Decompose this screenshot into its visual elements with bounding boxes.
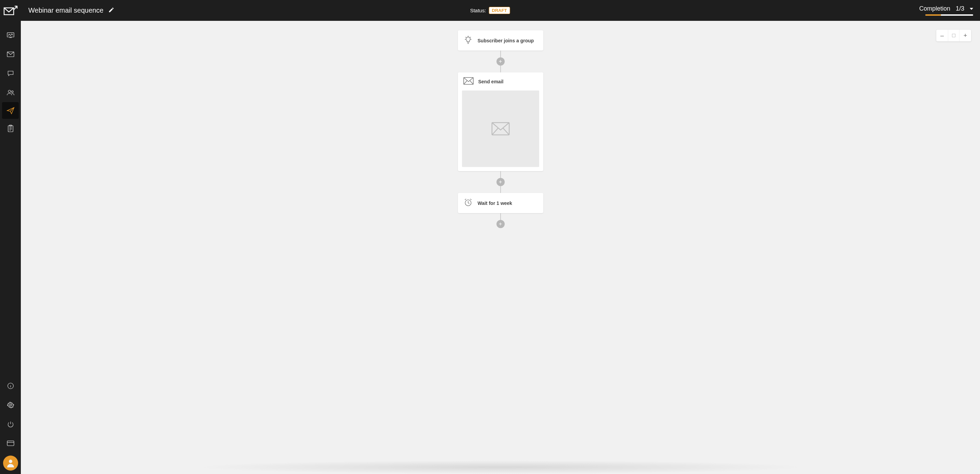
sidebar-item-logout[interactable]	[0, 415, 21, 434]
completion-progress	[925, 14, 973, 16]
svg-point-10	[9, 460, 12, 463]
credit-card-icon	[7, 441, 14, 446]
svg-point-8	[10, 404, 12, 406]
workflow-flow: Subscriber joins a group + Send emai	[458, 30, 543, 228]
envelope-icon	[463, 77, 474, 86]
sidebar-item-automation[interactable]	[2, 102, 19, 119]
clipboard-icon	[8, 125, 14, 132]
sidebar-item-forms[interactable]	[0, 119, 21, 138]
avatar-icon	[5, 458, 16, 468]
sidebar-item-chat[interactable]	[0, 64, 21, 83]
sidebar-item-subscribers[interactable]	[0, 83, 21, 102]
clock-icon	[463, 198, 473, 208]
paper-plane-icon	[6, 107, 15, 115]
connector	[500, 171, 501, 178]
sidebar-item-billing[interactable]	[0, 434, 21, 453]
canvas-bottom-shadow	[194, 460, 808, 474]
status-badge: DRAFT	[488, 7, 510, 14]
zoom-out-button[interactable]: –	[936, 30, 948, 41]
completion-progress-fill	[925, 14, 941, 16]
node-delay-label: Wait for 1 week	[478, 200, 512, 206]
chevron-down-icon	[970, 8, 973, 10]
status-label: Status:	[470, 8, 486, 13]
zoom-in-button[interactable]: +	[959, 30, 971, 41]
sidebar-item-campaigns[interactable]	[0, 45, 21, 64]
connector	[500, 51, 501, 57]
connector	[500, 186, 501, 193]
connector	[500, 213, 501, 220]
zoom-controls: – +	[936, 30, 971, 41]
workflow-canvas[interactable]: – + Subscriber joins a group	[21, 21, 980, 474]
completion-widget[interactable]: Completion 1/3	[919, 5, 973, 16]
envelope-placeholder-icon	[492, 122, 510, 136]
completion-count: 1/3	[956, 5, 964, 12]
edit-title-button[interactable]	[108, 7, 115, 14]
logo-icon	[3, 5, 18, 16]
people-icon	[6, 89, 15, 95]
svg-rect-5	[8, 126, 13, 132]
sidebar	[0, 21, 21, 474]
add-step-button[interactable]: +	[496, 178, 505, 186]
user-avatar[interactable]	[3, 456, 18, 471]
node-send-email[interactable]: Send email	[458, 72, 543, 171]
lightbulb-icon	[463, 35, 473, 46]
zoom-fit-button[interactable]	[948, 30, 959, 41]
node-delay[interactable]: Wait for 1 week	[458, 193, 543, 213]
workflow-title: Webinar email sequence	[28, 6, 103, 14]
sidebar-item-info[interactable]	[0, 376, 21, 396]
node-trigger-label: Subscriber joins a group	[478, 38, 534, 43]
app-header: Webinar email sequence Status: DRAFT Com…	[0, 0, 980, 21]
svg-point-4	[11, 91, 13, 92]
power-icon	[7, 421, 14, 428]
envelope-icon	[7, 52, 14, 57]
chat-icon	[7, 70, 14, 77]
node-trigger[interactable]: Subscriber joins a group	[458, 30, 543, 51]
dashboard-icon	[7, 32, 14, 38]
node-send-email-label: Send email	[478, 79, 504, 84]
add-step-button[interactable]: +	[496, 57, 505, 65]
completion-label: Completion	[919, 5, 950, 12]
app-logo[interactable]	[0, 0, 21, 21]
connector	[500, 65, 501, 72]
add-step-button[interactable]: +	[496, 220, 505, 228]
sidebar-item-dashboard[interactable]	[0, 25, 21, 45]
svg-point-3	[8, 90, 11, 92]
fit-icon	[952, 34, 955, 37]
info-icon	[7, 382, 14, 389]
email-preview-placeholder[interactable]	[462, 91, 539, 167]
sidebar-item-settings[interactable]	[0, 396, 21, 415]
svg-rect-9	[7, 441, 14, 445]
pencil-icon	[108, 7, 115, 13]
gear-icon	[7, 401, 14, 409]
status: Status: DRAFT	[470, 7, 510, 14]
